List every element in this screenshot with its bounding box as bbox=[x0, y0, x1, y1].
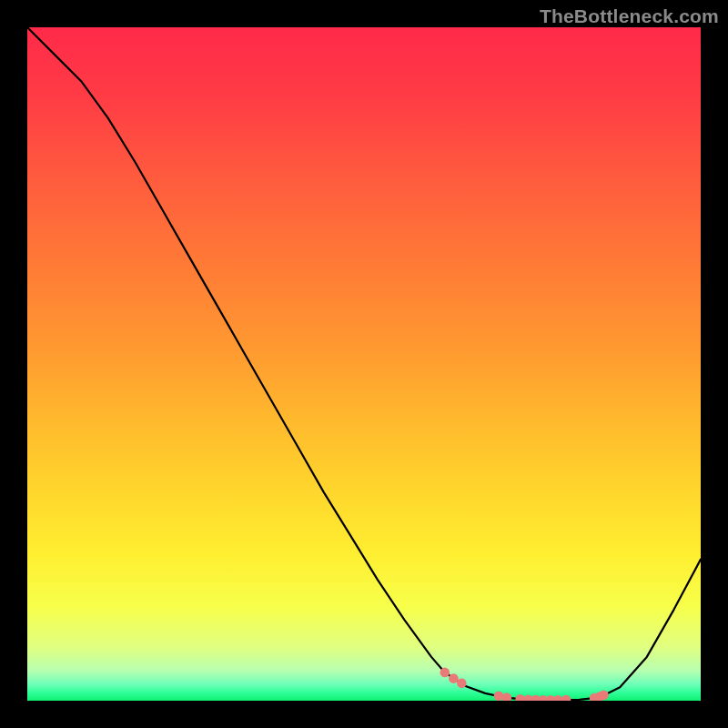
optimal-marker bbox=[457, 678, 467, 688]
bottleneck-curve bbox=[27, 27, 701, 700]
curve-layer bbox=[27, 27, 701, 701]
optimal-marker bbox=[561, 695, 571, 701]
optimal-zone-markers bbox=[440, 668, 609, 701]
optimal-marker bbox=[502, 693, 512, 701]
optimal-marker bbox=[599, 690, 609, 700]
plot-area bbox=[27, 27, 701, 701]
chart-container: TheBottleneck.com bbox=[0, 0, 728, 728]
optimal-marker bbox=[494, 692, 504, 701]
optimal-marker bbox=[440, 668, 450, 678]
optimal-marker bbox=[449, 673, 459, 683]
watermark-text: TheBottleneck.com bbox=[540, 5, 719, 27]
